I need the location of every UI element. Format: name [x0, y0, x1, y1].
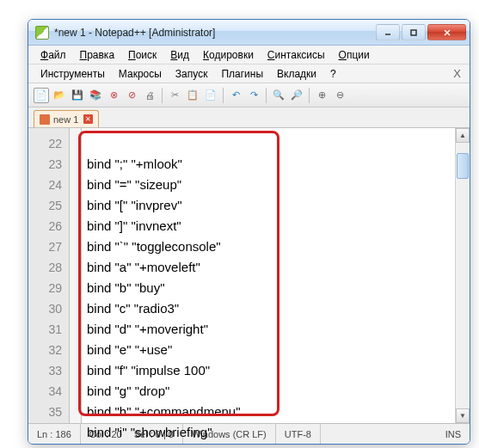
code-line: bind "h" "+commandmenu" — [87, 402, 470, 422]
tabbar: new 1 ✕ — [28, 107, 470, 128]
menu-syntax[interactable]: Синтаксисы — [261, 47, 332, 63]
menu-file[interactable]: Файл — [34, 47, 73, 63]
zoomin-icon[interactable]: ⊕ — [314, 88, 329, 103]
line-number: 27 — [28, 236, 62, 257]
menu-view[interactable]: Вид — [163, 47, 196, 63]
scroll-up-icon[interactable]: ▲ — [456, 128, 470, 143]
fold-margin — [70, 128, 82, 423]
vertical-scrollbar[interactable]: ▲ ▼ — [455, 128, 470, 423]
find-icon[interactable]: 🔍 — [271, 88, 286, 103]
maximize-button[interactable] — [402, 24, 426, 40]
line-number: 26 — [28, 216, 62, 236]
scroll-thumb[interactable] — [457, 153, 469, 179]
minimize-button[interactable] — [376, 24, 400, 40]
line-number: 35 — [28, 402, 62, 422]
line-number: 33 — [28, 360, 62, 381]
app-window: *new 1 - Notepad++ [Administrator] Файл … — [28, 19, 470, 445]
menu-run[interactable]: Запуск — [169, 66, 215, 82]
tab-label: new 1 — [53, 114, 78, 125]
code-line: bind "e" "+use" — [87, 340, 470, 360]
scroll-down-icon[interactable]: ▼ — [456, 408, 470, 423]
code-line: bind ";" "+mlook" — [87, 154, 470, 175]
status-line: Ln : 186 — [28, 424, 81, 444]
menu-macros[interactable]: Макросы — [112, 66, 169, 82]
editor-area: 22 23 24 25 26 27 28 29 30 31 32 33 34 3… — [28, 128, 470, 423]
line-number: 25 — [28, 195, 62, 216]
code-line: bind "[" "invprev" — [87, 195, 470, 216]
close-button[interactable] — [427, 24, 466, 40]
menu-collapse-icon[interactable]: X — [450, 67, 464, 80]
code-line: bind "`" "toggleconsole" — [87, 236, 470, 257]
menu-plugins[interactable]: Плагины — [214, 66, 270, 82]
svg-rect-1 — [411, 30, 416, 35]
tab-close-icon[interactable]: ✕ — [83, 114, 93, 124]
code-line: bind "g" "drop" — [87, 381, 470, 402]
menu-encoding[interactable]: Кодировки — [196, 47, 261, 63]
code-line: bind "]" "invnext" — [87, 216, 470, 236]
menu-search[interactable]: Поиск — [121, 47, 163, 63]
toolbar-separator — [162, 88, 163, 103]
app-icon — [35, 26, 49, 40]
titlebar[interactable]: *new 1 - Notepad++ [Administrator] — [28, 20, 470, 46]
close-all-icon[interactable]: ⊘ — [124, 88, 139, 103]
line-number: 30 — [28, 298, 62, 319]
copy-icon[interactable]: 📋 — [185, 88, 200, 103]
line-number: 31 — [28, 319, 62, 340]
open-file-icon[interactable]: 📂 — [52, 88, 67, 103]
code-line: bind "a" "+moveleft" — [87, 257, 470, 278]
line-number: 23 — [28, 154, 62, 175]
zoomout-icon[interactable]: ⊖ — [332, 88, 347, 103]
window-title: *new 1 - Notepad++ [Administrator] — [54, 27, 376, 39]
toolbar: 📄 📂 💾 📚 ⊗ ⊘ 🖨 ✂ 📋 📄 ↶ ↷ 🔍 🔎 ⊕ ⊖ — [28, 83, 470, 107]
toolbar-separator — [309, 88, 310, 103]
line-number: 29 — [28, 278, 62, 298]
code-line: bind "f" "impulse 100" — [87, 360, 470, 381]
code-line: bind "d" "+moveright" — [87, 319, 470, 340]
menubar-row2: Инструменты Макросы Запуск Плагины Вклад… — [28, 64, 470, 83]
paste-icon[interactable]: 📄 — [203, 88, 218, 103]
code-line: bind "i" "showbriefing" — [87, 422, 470, 443]
line-number: 22 — [28, 133, 62, 154]
menu-edit[interactable]: Правка — [73, 47, 122, 63]
cut-icon[interactable]: ✂ — [167, 88, 182, 103]
code-line: bind "c" "radio3" — [87, 298, 470, 319]
line-number: 34 — [28, 381, 62, 402]
menubar-row1: Файл Правка Поиск Вид Кодировки Синтакси… — [28, 46, 470, 64]
new-file-icon[interactable]: 📄 — [34, 88, 49, 103]
code-line: bind "=" "sizeup" — [87, 175, 470, 195]
code-line: bind "b" "buy" — [87, 278, 470, 298]
line-number: 32 — [28, 340, 62, 360]
save-all-icon[interactable]: 📚 — [88, 88, 103, 103]
print-icon[interactable]: 🖨 — [142, 88, 157, 103]
tab-file-icon — [40, 114, 50, 125]
close-file-icon[interactable]: ⊗ — [106, 88, 121, 103]
code-editor[interactable]: bind ";" "+mlook"bind "=" "sizeup"bind "… — [82, 128, 470, 423]
menu-tools[interactable]: Инструменты — [34, 66, 112, 82]
menu-help[interactable]: ? — [323, 66, 343, 82]
scroll-track[interactable] — [456, 143, 470, 408]
line-number: 24 — [28, 175, 62, 195]
menu-options[interactable]: Опции — [332, 47, 377, 63]
undo-icon[interactable]: ↶ — [228, 88, 243, 103]
toolbar-separator — [266, 88, 267, 103]
tab-new1[interactable]: new 1 ✕ — [34, 110, 99, 127]
redo-icon[interactable]: ↷ — [246, 88, 261, 103]
save-icon[interactable]: 💾 — [70, 88, 85, 103]
replace-icon[interactable]: 🔎 — [289, 88, 304, 103]
toolbar-separator — [223, 88, 224, 103]
menu-tabs[interactable]: Вкладки — [270, 66, 323, 82]
line-gutter: 22 23 24 25 26 27 28 29 30 31 32 33 34 3… — [28, 128, 70, 423]
window-buttons — [376, 24, 466, 40]
line-number: 28 — [28, 257, 62, 278]
